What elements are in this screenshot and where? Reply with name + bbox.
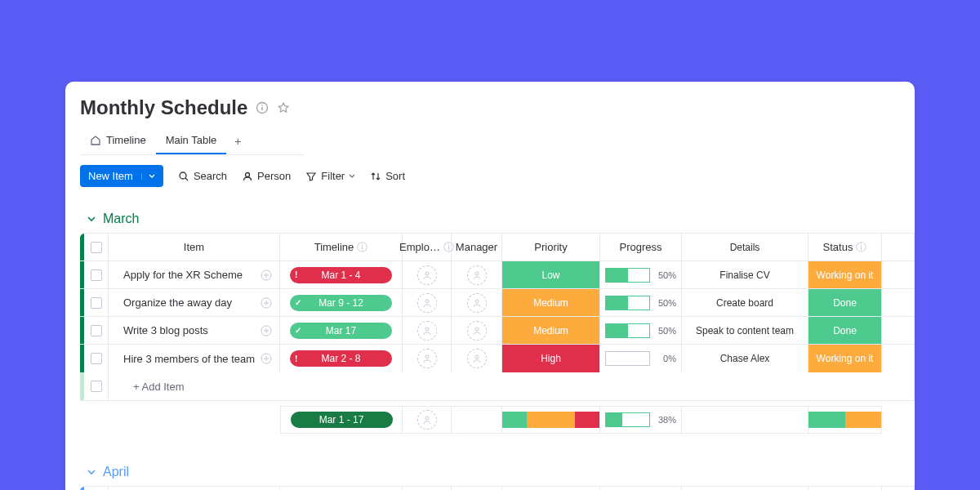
cell-priority[interactable]: Medium bbox=[502, 317, 600, 344]
progress-bar bbox=[605, 351, 650, 366]
cell-details[interactable]: Speak to content team bbox=[682, 317, 808, 344]
star-icon[interactable] bbox=[277, 101, 290, 114]
cell-status[interactable]: Done bbox=[808, 289, 882, 316]
chevron-down-icon[interactable] bbox=[141, 173, 155, 180]
group-march: March Item Timelineⓘ Emplo…ⓘ Manager Pri… bbox=[80, 212, 915, 434]
cell-manager[interactable] bbox=[452, 261, 502, 288]
add-item-row[interactable]: + Add Item bbox=[80, 372, 914, 400]
info-icon[interactable]: ⓘ bbox=[856, 240, 866, 255]
avatar[interactable] bbox=[467, 349, 487, 368]
checkbox[interactable] bbox=[91, 381, 102, 392]
cell-progress[interactable]: 50% bbox=[600, 261, 682, 288]
pill-icon: ✓ bbox=[295, 298, 301, 307]
progress-bar bbox=[605, 323, 650, 338]
cell-manager[interactable] bbox=[452, 345, 502, 372]
timeline-pill: !Mar 2 - 8 bbox=[290, 350, 392, 367]
cell-item[interactable]: Hire 3 members of the team bbox=[109, 345, 280, 372]
col-item: Item bbox=[109, 234, 280, 261]
dist-done bbox=[808, 412, 845, 428]
add-item-label[interactable]: + Add Item bbox=[109, 372, 914, 400]
priority-distribution bbox=[502, 412, 599, 428]
info-icon[interactable] bbox=[256, 101, 269, 114]
cell-progress[interactable]: 50% bbox=[600, 289, 682, 316]
table-header-row: Item Timelineⓘ Emplo…ⓘ Manager Priority … bbox=[80, 487, 914, 490]
tab-timeline[interactable]: Timeline bbox=[80, 127, 156, 154]
summary-status bbox=[808, 406, 882, 434]
person-button[interactable]: Person bbox=[242, 170, 291, 182]
avatar[interactable] bbox=[467, 265, 487, 285]
cell-employee[interactable] bbox=[403, 345, 452, 372]
tabs: Timeline Main Table + bbox=[80, 127, 305, 155]
cell-manager[interactable] bbox=[452, 317, 502, 344]
cell-priority[interactable]: High bbox=[502, 345, 600, 372]
add-subitem-icon[interactable] bbox=[260, 296, 273, 310]
table-row[interactable]: Organize the away day✓Mar 9 - 12Medium50… bbox=[80, 289, 914, 317]
add-subitem-icon[interactable] bbox=[260, 324, 273, 337]
svg-point-4 bbox=[246, 172, 250, 176]
cell-priority[interactable]: Low bbox=[502, 261, 600, 288]
col-label: Status bbox=[823, 241, 853, 253]
cell-details[interactable]: Finalise CV bbox=[682, 261, 808, 288]
cell-employee[interactable] bbox=[403, 317, 452, 344]
col-item: Item bbox=[109, 487, 280, 490]
group-april: April Item Timelineⓘ Emplo…ⓘ Manager Pri… bbox=[80, 465, 915, 490]
avatar[interactable] bbox=[417, 321, 437, 341]
summary-progress: 38% bbox=[600, 406, 682, 434]
group-header[interactable]: April bbox=[80, 465, 915, 479]
col-label: Timeline bbox=[314, 241, 354, 253]
cell-item[interactable]: Apply for the XR Scheme bbox=[109, 261, 280, 288]
new-item-button[interactable]: New Item bbox=[80, 165, 163, 187]
table-row[interactable]: Write 3 blog posts✓Mar 17Medium50%Speak … bbox=[80, 317, 914, 345]
cell-timeline[interactable]: ✓Mar 17 bbox=[280, 317, 403, 344]
search-button[interactable]: Search bbox=[178, 170, 227, 182]
checkbox[interactable] bbox=[91, 353, 102, 364]
checkbox[interactable] bbox=[91, 325, 102, 336]
checkbox[interactable] bbox=[91, 270, 102, 281]
avatar[interactable] bbox=[417, 349, 437, 368]
cell-item[interactable]: Organize the away day bbox=[109, 289, 280, 316]
add-subitem-icon[interactable] bbox=[260, 269, 273, 282]
cell-timeline[interactable]: ✓Mar 9 - 12 bbox=[280, 289, 403, 316]
cell-details[interactable]: Create board bbox=[682, 289, 808, 316]
avatar[interactable] bbox=[467, 293, 487, 313]
col-timeline: Timelineⓘ bbox=[280, 487, 403, 490]
table-row[interactable]: Apply for the XR Scheme!Mar 1 - 4Low50%F… bbox=[80, 261, 914, 289]
cell-progress[interactable]: 50% bbox=[600, 317, 682, 344]
avatar[interactable] bbox=[417, 410, 437, 430]
add-tab-button[interactable]: + bbox=[226, 130, 249, 153]
col-check bbox=[84, 487, 109, 490]
svg-point-6 bbox=[425, 272, 429, 275]
cell-progress[interactable]: 0% bbox=[600, 345, 682, 372]
col-status: Statusⓘ bbox=[808, 234, 882, 261]
cell-status[interactable]: Working on it bbox=[808, 345, 882, 372]
cell-employee[interactable] bbox=[403, 289, 452, 316]
status-chip: Done bbox=[808, 317, 881, 344]
cell-details[interactable]: Chase Alex bbox=[682, 345, 808, 372]
avatar[interactable] bbox=[467, 321, 487, 341]
checkbox[interactable] bbox=[91, 297, 102, 309]
sort-button[interactable]: Sort bbox=[370, 170, 405, 182]
cell-manager[interactable] bbox=[452, 289, 502, 316]
cell-employee[interactable] bbox=[403, 261, 452, 288]
svg-point-15 bbox=[425, 355, 429, 359]
add-subitem-icon[interactable] bbox=[260, 352, 273, 365]
cell-priority[interactable]: Medium bbox=[502, 289, 600, 316]
cell-item[interactable]: Write 3 blog posts bbox=[109, 317, 280, 344]
avatar[interactable] bbox=[417, 265, 437, 285]
group-header[interactable]: March bbox=[80, 212, 915, 226]
cell-check bbox=[84, 317, 109, 344]
tab-main-table[interactable]: Main Table bbox=[156, 127, 227, 154]
cell-status[interactable]: Done bbox=[808, 317, 882, 344]
chevron-down-icon bbox=[87, 467, 96, 477]
col-priority: Priority bbox=[502, 487, 600, 490]
checkbox[interactable] bbox=[91, 242, 102, 253]
info-icon[interactable]: ⓘ bbox=[357, 240, 368, 255]
cell-timeline[interactable]: !Mar 1 - 4 bbox=[280, 261, 403, 288]
filter-button[interactable]: Filter bbox=[305, 170, 355, 182]
timeline-text: Mar 17 bbox=[326, 325, 356, 336]
avatar[interactable] bbox=[417, 293, 437, 313]
cell-status[interactable]: Working on it bbox=[808, 261, 882, 288]
table-row[interactable]: Hire 3 members of the team!Mar 2 - 8High… bbox=[80, 345, 914, 372]
dist-high bbox=[575, 412, 599, 428]
cell-timeline[interactable]: !Mar 2 - 8 bbox=[280, 345, 403, 372]
